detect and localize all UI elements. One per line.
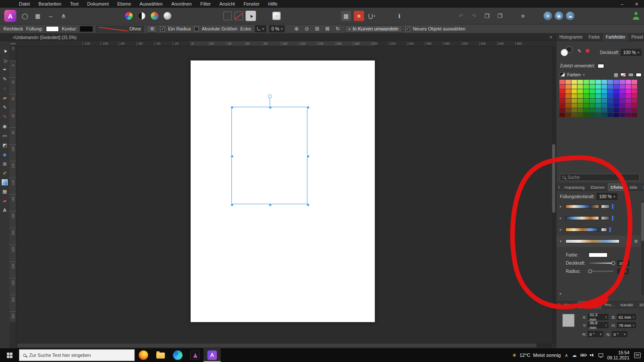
color-swatch[interactable] bbox=[583, 113, 589, 117]
color-swatch[interactable] bbox=[626, 84, 631, 89]
selection-handle[interactable] bbox=[231, 155, 234, 158]
color-swatch[interactable] bbox=[626, 103, 631, 108]
color-swatch[interactable] bbox=[614, 89, 619, 94]
tab-nav[interactable]: Nav... bbox=[562, 301, 577, 308]
selection-box[interactable] bbox=[231, 107, 307, 204]
rgb-circle-icon[interactable] bbox=[151, 12, 158, 20]
redo-icon[interactable]: ↷ bbox=[469, 11, 479, 21]
panel-grip-icon[interactable]: ∥ bbox=[558, 185, 560, 189]
firefox-taskbar-button[interactable] bbox=[135, 348, 152, 362]
color-swatch[interactable] bbox=[626, 80, 631, 84]
stroke-swatch[interactable] bbox=[80, 26, 93, 32]
effect-opacity-slider[interactable] bbox=[589, 262, 614, 264]
color-swatch[interactable] bbox=[565, 99, 571, 103]
color-swatch[interactable] bbox=[589, 84, 595, 89]
color-swatch[interactable] bbox=[577, 94, 583, 98]
color-swatch[interactable] bbox=[565, 89, 571, 94]
color-swatch[interactable] bbox=[595, 94, 601, 98]
grid-snap-icon[interactable]: ⊞ bbox=[313, 25, 321, 33]
affinity-logo[interactable]: A bbox=[4, 10, 16, 22]
color-picker-tool[interactable]: ✐ bbox=[1, 170, 8, 177]
menu-item-bearbeiten[interactable]: Bearbeiten bbox=[34, 0, 66, 8]
color-swatch[interactable] bbox=[601, 80, 607, 84]
color-swatch[interactable] bbox=[614, 99, 619, 103]
color-swatch[interactable] bbox=[601, 89, 607, 94]
menu-item-dokument[interactable]: Dokument bbox=[83, 0, 113, 8]
color-swatch[interactable] bbox=[571, 99, 577, 103]
corner-radius-field[interactable]: 0 %▾ bbox=[269, 25, 285, 32]
tab-farbe[interactable]: Farbe bbox=[586, 33, 603, 41]
tab-histogramm[interactable]: Histogramm bbox=[556, 33, 586, 41]
color-swatch[interactable] bbox=[608, 113, 613, 117]
color-swatch[interactable] bbox=[571, 108, 577, 112]
selection-handle[interactable] bbox=[269, 203, 272, 206]
snap-off-icon[interactable] bbox=[234, 12, 243, 20]
snapping-options-icon[interactable]: ≡ bbox=[354, 11, 364, 21]
color-swatch[interactable] bbox=[595, 99, 601, 103]
slider-knob[interactable] bbox=[611, 261, 615, 265]
color-swatch[interactable] bbox=[577, 113, 583, 117]
menu-item-auswählen[interactable]: Auswählen bbox=[135, 0, 167, 8]
copy-icon[interactable]: ❐ bbox=[482, 11, 492, 21]
primary-color-well[interactable] bbox=[561, 49, 568, 56]
panel-scrollbar[interactable] bbox=[641, 201, 644, 295]
color-swatch[interactable] bbox=[589, 113, 595, 117]
none-swatch-icon[interactable] bbox=[620, 73, 626, 77]
network-icon[interactable] bbox=[598, 353, 603, 357]
cloud-circle-icon[interactable]: ☁ bbox=[566, 12, 574, 20]
expander-triangle-icon[interactable]: ▸ bbox=[560, 205, 563, 208]
color-swatch[interactable] bbox=[583, 89, 589, 94]
canvas-horizontal-scrollbar[interactable] bbox=[16, 343, 552, 348]
convert-to-curves-button[interactable]: ▸In Kurven umwandeln bbox=[345, 25, 402, 33]
minimize-button[interactable]: – bbox=[615, 0, 629, 8]
color-swatch[interactable] bbox=[589, 99, 595, 103]
color-swatch[interactable] bbox=[632, 89, 637, 94]
node-tool[interactable]: △ bbox=[1, 57, 8, 63]
color-swatch[interactable] bbox=[595, 80, 601, 84]
lasso-tool[interactable]: ◌ bbox=[1, 85, 8, 92]
effect-row[interactable]: ▸ bbox=[556, 212, 641, 224]
color-swatch[interactable] bbox=[565, 108, 571, 112]
color-swatch[interactable] bbox=[601, 108, 607, 112]
weather-widget[interactable]: ☀ 12°C Meist sonnig bbox=[512, 352, 561, 359]
clock[interactable]: 15:54 09.11.2021 bbox=[607, 350, 629, 360]
rotate-icon[interactable]: ↻ bbox=[333, 25, 342, 33]
color-swatch[interactable] bbox=[620, 84, 625, 89]
mesh-tool[interactable]: ▦ bbox=[1, 188, 8, 195]
color-swatch[interactable] bbox=[608, 80, 613, 84]
color-swatch[interactable] bbox=[608, 103, 613, 108]
tab-ebenen[interactable]: Ebenen bbox=[588, 184, 608, 191]
transform-handles-icon[interactable]: ⇔ bbox=[46, 11, 56, 21]
export-persona-icon[interactable]: ⋔ bbox=[58, 11, 69, 21]
panel-grip-icon[interactable]: ∥ bbox=[558, 303, 560, 307]
selection-handle[interactable] bbox=[231, 203, 234, 206]
color-swatch[interactable] bbox=[589, 94, 595, 98]
corner-type-dropdown[interactable]: ▾ bbox=[255, 25, 266, 32]
expander-triangle-icon[interactable]: ▸ bbox=[560, 216, 563, 220]
color-swatch[interactable] bbox=[565, 84, 571, 89]
color-swatch[interactable] bbox=[577, 80, 583, 84]
pin-tool[interactable]: ◉ bbox=[1, 123, 8, 130]
color-swatch[interactable] bbox=[620, 113, 625, 117]
palette-grid-icon[interactable]: ▦ bbox=[614, 72, 618, 78]
color-swatch[interactable] bbox=[571, 84, 577, 89]
slider-knob[interactable] bbox=[588, 269, 592, 273]
black-white-circle-icon[interactable] bbox=[138, 12, 146, 20]
spinner[interactable]: ▴▾ bbox=[633, 323, 634, 327]
effect-row[interactable]: ▸ bbox=[556, 224, 641, 235]
color-swatch[interactable] bbox=[614, 84, 619, 89]
quick-color-swatch[interactable]: ▾ bbox=[272, 12, 281, 20]
target-circle-icon[interactable]: ◉ bbox=[555, 12, 563, 20]
color-swatch[interactable] bbox=[559, 80, 565, 84]
single-radius-checkbox[interactable]: ✓ bbox=[160, 27, 165, 31]
tab-sto[interactable]: Sto bbox=[641, 184, 644, 191]
color-swatch[interactable] bbox=[620, 108, 625, 112]
color-swatch[interactable] bbox=[565, 80, 571, 84]
color-swatch[interactable] bbox=[614, 108, 619, 112]
crop-tool[interactable]: ⊞ bbox=[1, 160, 8, 167]
battery-icon[interactable] bbox=[580, 354, 586, 356]
effect-radius-field[interactable]: 0▴▾ bbox=[617, 268, 629, 274]
color-swatch[interactable] bbox=[595, 108, 601, 112]
width-field[interactable]: 61 mm▴▾ bbox=[617, 314, 636, 320]
color-swatch[interactable] bbox=[583, 94, 589, 98]
